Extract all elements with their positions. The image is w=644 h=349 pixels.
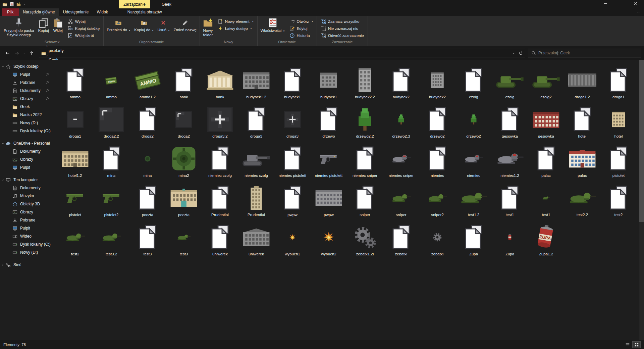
- file-item-pistolet[interactable]: pistolet: [600, 144, 637, 184]
- close-button[interactable]: [629, 0, 644, 8]
- sidebar-item-muzyka[interactable]: Muzyka: [0, 192, 54, 200]
- sidebar-item-nowy-d[interactable]: Nowy (D:): [0, 119, 54, 127]
- up-button[interactable]: [27, 49, 36, 57]
- file-item-drzewo2[interactable]: drzewo2: [419, 105, 455, 144]
- file-item-test2-2[interactable]: test2.2: [564, 184, 600, 223]
- file-item-ammo1-2[interactable]: AMMOammo1.2: [129, 66, 166, 105]
- file-item-test1[interactable]: test1: [492, 184, 528, 223]
- file-item-niemiec-sniper[interactable]: niemiec sniper: [347, 144, 383, 184]
- sidebar-item-dysk-lokalny-c[interactable]: Dysk lokalny (C:): [0, 127, 54, 135]
- tab-widok[interactable]: Widok: [93, 8, 112, 16]
- file-item-budynek1-2[interactable]: budynek1.2: [238, 66, 274, 105]
- file-item-budynek2[interactable]: budynek2: [419, 66, 455, 105]
- file-item-palac[interactable]: palac: [564, 144, 600, 184]
- sidebar-item-pulpit[interactable]: Pulpit: [0, 70, 54, 79]
- file-item-pwpw[interactable]: pwpw: [274, 184, 311, 223]
- file-item-niemiec-pistolett[interactable]: niemiec pistolett: [274, 144, 311, 184]
- file-item-zupa[interactable]: Zupa: [492, 223, 528, 262]
- wklej-skrot-button[interactable]: Wklej skrót: [65, 32, 103, 39]
- latwy-dostep-button[interactable]: Łatwy dostęp▾: [215, 25, 256, 32]
- file-item-pistolet2[interactable]: pistolet2: [93, 184, 129, 223]
- file-item-budynek2-2[interactable]: budynek2.2: [347, 66, 383, 105]
- file-item-ammo[interactable]: AMMOammo: [93, 66, 129, 105]
- sidebar-item-obrazy[interactable]: Obrazy: [0, 208, 54, 216]
- nie-zaznaczaj-nic-button[interactable]: Nie zaznaczaj nic: [318, 25, 367, 32]
- file-item-drzewo2[interactable]: drzewo2: [455, 105, 492, 144]
- file-item-test3[interactable]: test3: [166, 223, 202, 262]
- thumbnails-view-button[interactable]: [632, 341, 641, 348]
- file-item-zebatk1-2i[interactable]: zebatk1.2i: [347, 223, 383, 262]
- sidebar-item-dysk-lokalny-c[interactable]: Dysk lokalny (C:): [0, 240, 54, 248]
- sidebar-item-pobrane[interactable]: Pobrane: [0, 79, 54, 87]
- file-item-niemiec1-2[interactable]: niemiec1.2: [492, 144, 528, 184]
- sidebar-item-onedrive-personal[interactable]: OneDrive - Personal: [0, 139, 54, 147]
- file-item-droga2[interactable]: droga2: [166, 105, 202, 144]
- file-item-budynek1[interactable]: budynek1: [274, 66, 311, 105]
- sidebar-item-ten-komputer[interactable]: Ten komputer: [0, 176, 54, 184]
- file-item-zupa[interactable]: Zupa: [455, 223, 492, 262]
- refresh-icon[interactable]: [519, 51, 523, 55]
- sidebar-item-dokumenty[interactable]: Dokumenty: [0, 147, 54, 155]
- file-item-test1[interactable]: test1: [528, 184, 564, 223]
- file-item-hotel[interactable]: hotel: [564, 105, 600, 144]
- file-item-hotel[interactable]: hotel: [600, 105, 637, 144]
- file-item-gesiowka[interactable]: gesiowka: [528, 105, 564, 144]
- file-item-droga2[interactable]: droga2: [129, 105, 166, 144]
- usun-button[interactable]: Usuń ▾: [155, 17, 171, 39]
- file-item-drzewo2-2[interactable]: drzewo2.2: [347, 105, 383, 144]
- file-item-czolg[interactable]: czolg: [455, 66, 492, 105]
- file-item-test1-2[interactable]: test1.2: [455, 184, 492, 223]
- file-item-uniwerek[interactable]: uniwerek: [202, 223, 238, 262]
- file-item-droga3[interactable]: droga3: [238, 105, 274, 144]
- sidebar-item-wideo[interactable]: Wideo: [0, 232, 54, 240]
- file-item-sniper2[interactable]: sniper2: [419, 184, 455, 223]
- edytuj-button[interactable]: Edytuj: [287, 25, 316, 32]
- sidebar-item-pulpit[interactable]: Pulpit: [0, 224, 54, 232]
- przypnij-do-paska-szybki-dostep-button[interactable]: Przypnij do paskaSzybki dostęp: [2, 17, 36, 39]
- file-item-niemiec-czolg[interactable]: niemiec czolg: [202, 144, 238, 184]
- address-dropdown-icon[interactable]: [512, 51, 516, 55]
- zmien-nazwe-button[interactable]: Zmień nazwę: [171, 17, 198, 39]
- file-item-droga3[interactable]: droga3: [274, 105, 311, 144]
- kopiuj-button[interactable]: Kopiuj: [36, 17, 51, 39]
- sidebar-item-nowy-d[interactable]: Nowy (D:): [0, 248, 54, 256]
- file-item-bank[interactable]: bank: [202, 66, 238, 105]
- vertical-scrollbar[interactable]: [639, 60, 644, 340]
- file-item-drzewo[interactable]: drzewo: [311, 105, 347, 144]
- sidebar-item-obrazy[interactable]: Obrazy: [0, 155, 54, 163]
- file-item-budynek1[interactable]: budynek1: [311, 66, 347, 105]
- kopiuj-do-button[interactable]: Kopiuj do ▾: [132, 17, 155, 39]
- wlasciwosci-button[interactable]: Właściwości ▾: [259, 17, 287, 39]
- file-item-czolg[interactable]: czolg: [492, 66, 528, 105]
- file-item-poczta[interactable]: poczta: [166, 184, 202, 223]
- nowy-folder-button[interactable]: Nowyfolder: [201, 17, 215, 39]
- sidebar-item-obrazy[interactable]: Obrazy: [0, 95, 54, 103]
- nowy-element-button[interactable]: Nowy element▾: [215, 18, 256, 25]
- file-item-drzewo2-3[interactable]: drzewo2.3: [383, 105, 419, 144]
- file-item-wybuch1[interactable]: wybuch1: [274, 223, 311, 262]
- file-item-pwpw[interactable]: pwpw: [311, 184, 347, 223]
- forward-button[interactable]: [12, 49, 21, 57]
- file-item-droga1-2[interactable]: droga1.2: [564, 66, 600, 105]
- wklej-button[interactable]: Wklej: [51, 17, 65, 39]
- file-item-test2[interactable]: test2: [57, 223, 93, 262]
- file-item-droga3-2[interactable]: droga3.2: [202, 105, 238, 144]
- sidebar-item-dokumenty[interactable]: Dokumenty: [0, 87, 54, 95]
- file-item-ammo[interactable]: ammo: [57, 66, 93, 105]
- file-item-test2[interactable]: test2: [600, 184, 637, 223]
- wytnij-button[interactable]: Wytnij: [65, 18, 103, 25]
- maximize-button[interactable]: [614, 0, 629, 8]
- file-item-niemiec[interactable]: niemiec: [419, 144, 455, 184]
- file-item-test3-2[interactable]: test3.2: [93, 223, 129, 262]
- minimize-button[interactable]: [599, 0, 614, 8]
- otworz-button[interactable]: Otwórz▾: [287, 18, 316, 25]
- file-item-zebatki[interactable]: zebatki: [383, 223, 419, 262]
- sidebar-item-obiekty-3d[interactable]: Obiekty 3D: [0, 200, 54, 208]
- przenies-do-button[interactable]: Przenieś do ▾: [105, 17, 132, 39]
- kopiuj-sciezke-button[interactable]: Kopiuj ścieżkę: [65, 25, 103, 32]
- file-item-gesiowka[interactable]: gesiowka: [492, 105, 528, 144]
- qat-customize-chevron-icon[interactable]: [23, 3, 26, 6]
- file-item-zupa1-2[interactable]: ZUPAZupa1.2: [528, 223, 564, 262]
- sidebar-item-pulpit[interactable]: Pulpit: [0, 163, 54, 171]
- file-item-bank[interactable]: bank: [166, 66, 202, 105]
